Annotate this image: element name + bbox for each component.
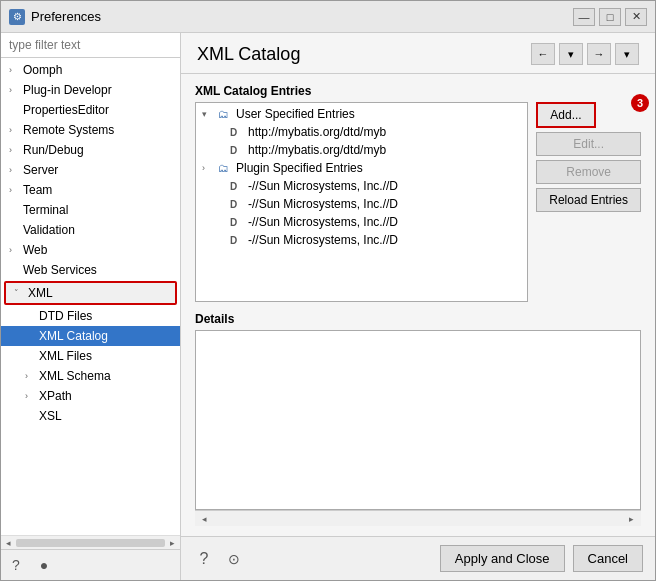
badge-number: 3	[631, 94, 649, 112]
expand-icon: ›	[202, 163, 214, 173]
help-button[interactable]: ?	[5, 554, 27, 576]
scroll-left-btn[interactable]: ◂	[3, 538, 14, 548]
tree-item-mybatis-1[interactable]: D http://mybatis.org/dtd/myb	[196, 123, 527, 141]
details-area[interactable]	[195, 330, 641, 510]
filter-input[interactable]	[1, 33, 180, 58]
sidebar-item-xml-catalog[interactable]: XML Catalog	[1, 326, 180, 346]
sidebar-item-xml-files[interactable]: XML Files	[1, 346, 180, 366]
tree-item-user-specified[interactable]: ▾ 🗂 User Specified Entries	[196, 105, 527, 123]
sidebar-item-server[interactable]: › Server	[1, 160, 180, 180]
arrow-icon: ›	[9, 85, 19, 95]
sidebar-item-run-debug[interactable]: › Run/Debug	[1, 140, 180, 160]
window-title: Preferences	[31, 9, 101, 24]
sidebar-item-xsl[interactable]: XSL	[1, 406, 180, 426]
remove-button[interactable]: Remove	[536, 160, 641, 184]
nav-back-dropdown[interactable]: ▾	[559, 43, 583, 65]
sidebar-scrollbar[interactable]: ◂ ▸	[1, 535, 180, 549]
apply-close-button[interactable]: Apply and Close	[440, 545, 565, 572]
sidebar-item-validation[interactable]: Validation	[1, 220, 180, 240]
tree-scroll-area[interactable]: ▾ 🗂 User Specified Entries D http://myba…	[196, 103, 527, 301]
sidebar-item-remote-systems[interactable]: › Remote Systems	[1, 120, 180, 140]
details-horizontal-scrollbar[interactable]: ◂ ▸	[195, 510, 641, 526]
arrow-icon: ›	[9, 165, 19, 175]
reload-entries-button[interactable]: Reload Entries	[536, 188, 641, 212]
main-content: › Oomph › Plug-in Developr PropertiesEdi…	[1, 33, 655, 580]
expand-icon: ˅	[14, 288, 24, 298]
sidebar-item-label: Validation	[23, 223, 75, 237]
tree-item-label: User Specified Entries	[236, 107, 355, 121]
sidebar-item-label: PropertiesEditor	[23, 103, 109, 117]
sidebar-item-xpath[interactable]: › XPath	[1, 386, 180, 406]
sidebar-item-xml-schema[interactable]: › XML Schema	[1, 366, 180, 386]
expand-icon: ▾	[202, 109, 214, 119]
tree-item-label: -//Sun Microsystems, Inc.//D	[248, 197, 398, 211]
tree-item-sun-4[interactable]: D -//Sun Microsystems, Inc.//D	[196, 231, 527, 249]
sidebar-item-label: Plug-in Developr	[23, 83, 112, 97]
settings-circle-button[interactable]: ●	[33, 554, 55, 576]
tree-item-mybatis-2[interactable]: D http://mybatis.org/dtd/myb	[196, 141, 527, 159]
footer-right: Apply and Close Cancel	[440, 545, 643, 572]
sidebar-item-label: Oomph	[23, 63, 62, 77]
sidebar-item-label: Remote Systems	[23, 123, 114, 137]
arrow-icon: ›	[9, 185, 19, 195]
sidebar-item-label: Web	[23, 243, 47, 257]
scroll-left-icon[interactable]: ◂	[199, 514, 210, 524]
sidebar-item-label: Server	[23, 163, 58, 177]
footer-bar: ? ⊙ Apply and Close Cancel	[181, 536, 655, 580]
tree-item-label: Plugin Specified Entries	[236, 161, 363, 175]
tree-item-sun-2[interactable]: D -//Sun Microsystems, Inc.//D	[196, 195, 527, 213]
folder-icon: 🗂	[218, 162, 232, 174]
sidebar: › Oomph › Plug-in Developr PropertiesEdi…	[1, 33, 181, 580]
sidebar-item-web[interactable]: › Web	[1, 240, 180, 260]
catalog-entries-label: XML Catalog Entries	[195, 84, 641, 98]
cancel-button[interactable]: Cancel	[573, 545, 643, 572]
panel-nav: ← ▾ → ▾	[531, 43, 639, 65]
sidebar-bottom-toolbar: ? ●	[1, 549, 180, 580]
details-section: Details ◂ ▸	[195, 312, 641, 526]
catalog-tree: ▾ 🗂 User Specified Entries D http://myba…	[195, 102, 528, 302]
sidebar-item-label: XML	[28, 286, 53, 300]
sidebar-item-label: XPath	[39, 389, 72, 403]
arrow-icon: ›	[9, 145, 19, 155]
panel-title-bar: XML Catalog ← ▾ → ▾	[181, 33, 655, 74]
add-btn-wrapper: Add... 3	[536, 102, 641, 128]
scroll-right-icon[interactable]: ▸	[626, 514, 637, 524]
arrow-icon: ›	[9, 65, 19, 75]
nav-back-button[interactable]: ←	[531, 43, 555, 65]
restore-defaults-button[interactable]: ⊙	[223, 548, 245, 570]
tree-item-sun-1[interactable]: D -//Sun Microsystems, Inc.//D	[196, 177, 527, 195]
window-icon: ⚙	[9, 9, 25, 25]
maximize-button[interactable]: □	[599, 8, 621, 26]
tree-item-sun-3[interactable]: D -//Sun Microsystems, Inc.//D	[196, 213, 527, 231]
tree-horizontal-scrollbar[interactable]: ◂ ▸	[196, 301, 527, 302]
sidebar-item-oomph[interactable]: › Oomph	[1, 60, 180, 80]
sidebar-item-team[interactable]: › Team	[1, 180, 180, 200]
right-panel: XML Catalog ← ▾ → ▾ XML Catalog Entries	[181, 33, 655, 580]
add-button[interactable]: Add...	[536, 102, 595, 128]
help-footer-button[interactable]: ?	[193, 548, 215, 570]
scrollbar-thumb[interactable]	[16, 539, 165, 547]
close-button[interactable]: ✕	[625, 8, 647, 26]
sidebar-item-dtd-files[interactable]: DTD Files	[1, 306, 180, 326]
sidebar-item-label: Run/Debug	[23, 143, 84, 157]
sidebar-item-xml[interactable]: ˅ XML	[6, 283, 175, 303]
nav-forward-dropdown[interactable]: ▾	[615, 43, 639, 65]
tree-item-plugin-specified[interactable]: › 🗂 Plugin Specified Entries	[196, 159, 527, 177]
arrow-icon: ›	[25, 391, 35, 401]
edit-button[interactable]: Edit...	[536, 132, 641, 156]
arrow-icon: ›	[9, 245, 19, 255]
sidebar-item-properties-editor[interactable]: PropertiesEditor	[1, 100, 180, 120]
window-controls: — □ ✕	[573, 8, 647, 26]
sidebar-item-web-services[interactable]: Web Services	[1, 260, 180, 280]
tree-item-label: http://mybatis.org/dtd/myb	[248, 125, 386, 139]
folder-icon: 🗂	[218, 108, 232, 120]
sidebar-item-plugin-dev[interactable]: › Plug-in Developr	[1, 80, 180, 100]
sidebar-item-label: XML Catalog	[39, 329, 108, 343]
panel-body: XML Catalog Entries ▾ 🗂 User Specified E…	[181, 74, 655, 536]
nav-forward-button[interactable]: →	[587, 43, 611, 65]
minimize-button[interactable]: —	[573, 8, 595, 26]
scroll-right-btn[interactable]: ▸	[167, 538, 178, 548]
tree-item-label: -//Sun Microsystems, Inc.//D	[248, 233, 398, 247]
catalog-entries-section: XML Catalog Entries ▾ 🗂 User Specified E…	[195, 84, 641, 302]
sidebar-item-terminal[interactable]: Terminal	[1, 200, 180, 220]
